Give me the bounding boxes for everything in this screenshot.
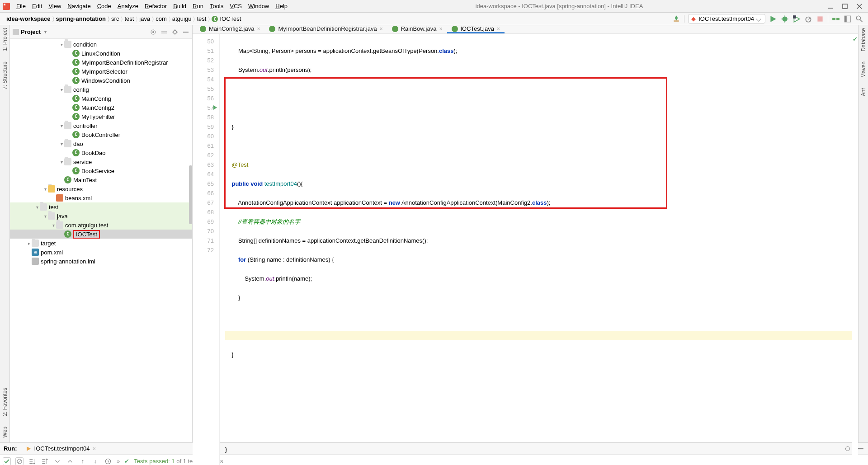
tree-item[interactable]: WindowsCondition [10, 76, 192, 85]
tree-item[interactable]: BookDao [10, 148, 192, 157]
tree-item[interactable]: IOCTest [10, 230, 192, 239]
strip-structure[interactable]: 7: Structure [2, 61, 8, 91]
line-number[interactable]: 53 [193, 65, 219, 75]
menu-view[interactable]: View [46, 2, 64, 10]
breadcrumb-item[interactable]: spring-annotation [54, 15, 110, 22]
tree-item[interactable]: ▾com.atguigu.test [10, 221, 192, 230]
menu-vcs[interactable]: VCS [227, 2, 245, 10]
breadcrumb-item[interactable]: atguigu [170, 15, 195, 22]
expand-icon[interactable]: ▾ [59, 87, 64, 92]
tree-item[interactable]: ▾config [10, 85, 192, 94]
expand-icon[interactable]: ▾ [59, 141, 64, 146]
line-number[interactable]: 69 [193, 217, 219, 226]
minimize-button[interactable] [827, 3, 834, 9]
collapse-tests-icon[interactable] [66, 457, 74, 465]
menu-code[interactable]: Code [94, 2, 114, 10]
line-number[interactable]: 60 [193, 132, 219, 141]
sort-az-icon[interactable] [28, 457, 36, 465]
prev-test-icon[interactable]: ↑ [79, 457, 87, 465]
sort-za-icon[interactable] [41, 457, 49, 465]
tree-item[interactable]: beans.xml [10, 193, 192, 202]
breadcrumb-item[interactable]: java [137, 15, 154, 22]
expand-icon[interactable]: ▸ [26, 241, 32, 246]
gear-icon[interactable] [171, 28, 179, 36]
line-number[interactable]: 54 [193, 75, 219, 84]
tree-item[interactable]: MainConfig [10, 94, 192, 103]
hide-icon[interactable] [182, 28, 189, 36]
menu-analyze[interactable]: Analyze [115, 2, 141, 10]
menu-file[interactable]: File [14, 2, 28, 10]
tree-item[interactable]: ▾dao [10, 139, 192, 148]
tree-item[interactable]: ▸target [10, 239, 192, 248]
test-history-icon[interactable] [104, 457, 112, 465]
expand-icon[interactable]: ▾ [51, 223, 56, 228]
run-config-selector[interactable]: ◆ IOCTest.testImport04 [688, 14, 765, 23]
breadcrumb-item[interactable]: idea-workspace [5, 15, 54, 22]
line-number[interactable]: 55 [193, 84, 219, 94]
strip-database[interactable]: Database [860, 28, 867, 52]
coverage-button[interactable] [793, 15, 801, 23]
breadcrumb[interactable]: idea-workspacespring-annotationsrctestja… [5, 15, 245, 23]
menu-edit[interactable]: Edit [29, 2, 45, 10]
maximize-button[interactable] [842, 3, 848, 9]
line-number[interactable]: 56 [193, 94, 219, 103]
expand-icon[interactable]: ▾ [34, 205, 40, 210]
menu-navigate[interactable]: Navigate [65, 2, 93, 10]
strip-favorites[interactable]: 2: Favorites [2, 388, 8, 418]
strip-project[interactable]: 1: Project [2, 28, 8, 52]
close-tab-icon[interactable]: × [497, 26, 500, 32]
editor-tab[interactable]: IOCTest.java× [447, 25, 505, 33]
tree-item[interactable]: MyImportSelector [10, 67, 192, 76]
strip-web[interactable]: Web [2, 427, 8, 439]
breadcrumb-item[interactable]: src [109, 15, 123, 22]
expand-icon[interactable]: ▾ [42, 187, 48, 192]
strip-maven[interactable]: Maven [860, 61, 867, 79]
tree-item[interactable]: ▾service [10, 157, 192, 166]
menu-refactor[interactable]: Refactor [142, 2, 170, 10]
close-tab-icon[interactable]: × [439, 26, 442, 32]
line-number[interactable]: 63 [193, 160, 219, 169]
line-number[interactable]: 62 [193, 150, 219, 160]
menu-help[interactable]: Help [273, 2, 290, 10]
breadcrumb-item[interactable]: test [123, 15, 137, 22]
expand-all-icon[interactable] [160, 28, 168, 36]
tree-item[interactable]: MainTest [10, 175, 192, 184]
show-ignored-icon[interactable] [15, 457, 24, 465]
breadcrumb-item[interactable]: com [154, 15, 170, 22]
editor-tab[interactable]: MyImportBeanDefinitionRegistrar.java× [264, 25, 387, 33]
breadcrumb-item[interactable]: IOCTest [210, 15, 245, 23]
project-tool-title[interactable]: Project [21, 28, 41, 35]
close-button[interactable] [856, 3, 863, 9]
tree-item[interactable]: LinuxCondition [10, 49, 192, 58]
menu-window[interactable]: Window [245, 2, 272, 10]
line-number[interactable]: 65 [193, 179, 219, 188]
expand-icon[interactable]: ▾ [59, 160, 64, 164]
line-number[interactable]: 50 [193, 37, 219, 46]
open-tool-button[interactable] [844, 15, 852, 23]
debug-button[interactable] [781, 15, 789, 23]
run-button[interactable] [769, 15, 777, 23]
editor-tab[interactable]: RainBow.java× [387, 25, 447, 33]
expand-icon[interactable]: ▾ [59, 123, 64, 128]
tree-item[interactable]: pom.xml [10, 248, 192, 257]
error-stripe[interactable]: ✔ [852, 34, 858, 465]
breadcrumb-item[interactable]: test [195, 15, 210, 22]
tree-item[interactable]: MainConfig2 [10, 103, 192, 112]
tree-item[interactable]: ▾resources [10, 184, 192, 193]
line-number[interactable]: 51 [193, 46, 219, 56]
profile-button[interactable] [804, 15, 812, 23]
line-number[interactable]: 71 [193, 236, 219, 245]
tree-item[interactable]: spring-annotation.iml [10, 257, 192, 266]
line-number[interactable]: 68 [193, 207, 219, 217]
line-number[interactable]: 52 [193, 56, 219, 65]
run-tool-config[interactable]: IOCTest.testImport04 × [23, 444, 99, 453]
next-test-icon[interactable]: ↓ [91, 457, 99, 465]
line-number[interactable]: 58 [193, 113, 219, 122]
line-number[interactable]: 59 [193, 122, 219, 132]
tree-item[interactable]: ▾test [10, 202, 192, 211]
editor-tab[interactable]: MainConfig2.java× [195, 25, 264, 33]
editor-gutter[interactable]: 5051525354555657585960616263646566676869… [193, 34, 220, 465]
menu-build[interactable]: Build [170, 2, 189, 10]
line-number[interactable]: 70 [193, 226, 219, 236]
expand-icon[interactable]: ▾ [59, 42, 64, 47]
